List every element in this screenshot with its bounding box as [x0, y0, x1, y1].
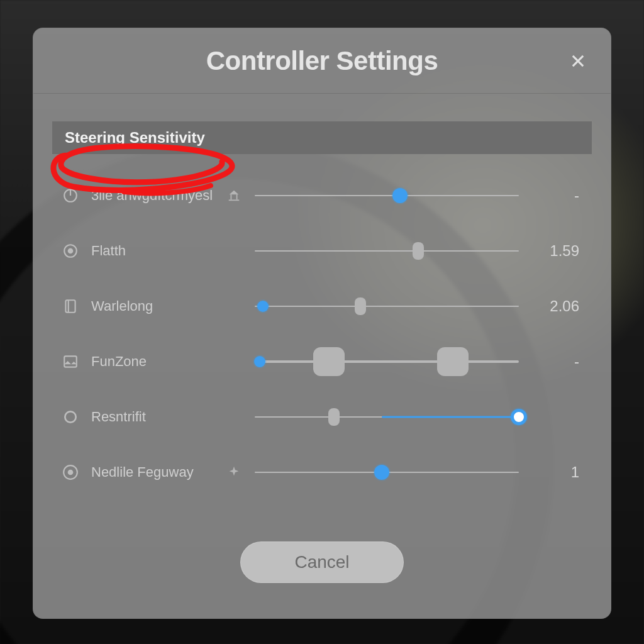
svg-rect-8: [64, 356, 77, 367]
setting-value: 2.06: [534, 297, 579, 315]
setting-label: Flatth: [91, 243, 225, 259]
setting-row: Flatth 1.59: [61, 235, 579, 267]
slider-row-0[interactable]: [255, 183, 519, 208]
section-header-steering-sensitivity[interactable]: Steering Sensitivity: [52, 121, 592, 154]
setting-value: -: [534, 353, 579, 370]
setting-value: 1.59: [534, 242, 579, 260]
svg-rect-2: [236, 194, 238, 199]
svg-rect-1: [231, 194, 232, 199]
slider-thumb[interactable]: [254, 356, 265, 367]
target-icon: [61, 242, 80, 260]
slider-row-4[interactable]: [255, 404, 519, 430]
dialog-body: Steering Sensitivity 3ile anwgdftcrmyesl…: [33, 94, 611, 530]
setting-row: Resntrifit: [61, 401, 579, 433]
spacer: [225, 242, 243, 260]
setting-label: Resntrifit: [91, 409, 225, 425]
power-icon: [61, 186, 80, 205]
slider-handle-a[interactable]: [313, 347, 345, 376]
slider-thumb[interactable]: [374, 465, 389, 480]
slider-track: [255, 306, 519, 307]
setting-label: Warlelong: [91, 298, 225, 314]
svg-rect-7: [68, 300, 69, 313]
svg-point-9: [65, 411, 75, 422]
svg-rect-3: [229, 199, 240, 201]
slider-track: [255, 195, 519, 196]
slider-thumb[interactable]: [257, 301, 269, 312]
slider-track: [255, 250, 519, 252]
controller-settings-dialog: Controller Settings Steering Sensitivity…: [33, 28, 611, 619]
cancel-button[interactable]: Cancel: [240, 541, 404, 583]
slider-row-2[interactable]: [255, 294, 519, 319]
setting-row: Warlelong 2.06: [61, 290, 579, 323]
slider-thumb-secondary[interactable]: [328, 408, 340, 426]
svg-rect-6: [65, 300, 75, 313]
close-icon: [569, 52, 587, 70]
settings-rows: 3ile anwgdftcrmyesl - Flatth: [52, 179, 592, 489]
image-icon: [61, 352, 80, 371]
slider-handle-b[interactable]: [437, 347, 469, 376]
slider-track-fill: [382, 416, 519, 418]
setting-label: Nedlile Feguway: [91, 464, 225, 480]
svg-point-5: [69, 249, 73, 253]
setting-label: 3ile anwgdftcrmyesl: [91, 187, 225, 204]
slider-thumb[interactable]: [511, 409, 527, 425]
slider-row-1[interactable]: [255, 238, 519, 264]
toggle-icon: [61, 463, 80, 482]
spacer: [225, 352, 243, 371]
setting-row: Nedlile Feguway 1: [61, 456, 579, 489]
sparkle-icon: [225, 463, 243, 482]
dialog-header: Controller Settings: [33, 28, 611, 94]
slider-thumb-secondary[interactable]: [355, 297, 366, 315]
svg-point-11: [68, 470, 74, 475]
section-label: Steering Sensitivity: [65, 129, 205, 147]
slider-row-5[interactable]: [255, 460, 519, 485]
slider-track: [255, 360, 519, 363]
setting-label: FunZone: [91, 353, 225, 370]
setting-value: 1: [534, 464, 579, 481]
dialog-title: Controller Settings: [206, 46, 438, 76]
spacer: [225, 297, 243, 316]
slider-row-3[interactable]: [255, 349, 519, 374]
book-icon: [61, 297, 80, 316]
slider-thumb[interactable]: [392, 188, 408, 203]
dialog-footer: Cancel: [33, 530, 611, 618]
setting-row: 3ile anwgdftcrmyesl -: [61, 179, 579, 212]
setting-row: FunZone -: [61, 345, 579, 378]
close-button[interactable]: [564, 47, 592, 75]
slider-thumb[interactable]: [413, 242, 424, 260]
setting-value: -: [534, 187, 579, 204]
circle-icon: [61, 408, 80, 426]
spacer: [225, 408, 243, 426]
picnic-icon: [225, 186, 243, 205]
cancel-label: Cancel: [294, 552, 349, 572]
